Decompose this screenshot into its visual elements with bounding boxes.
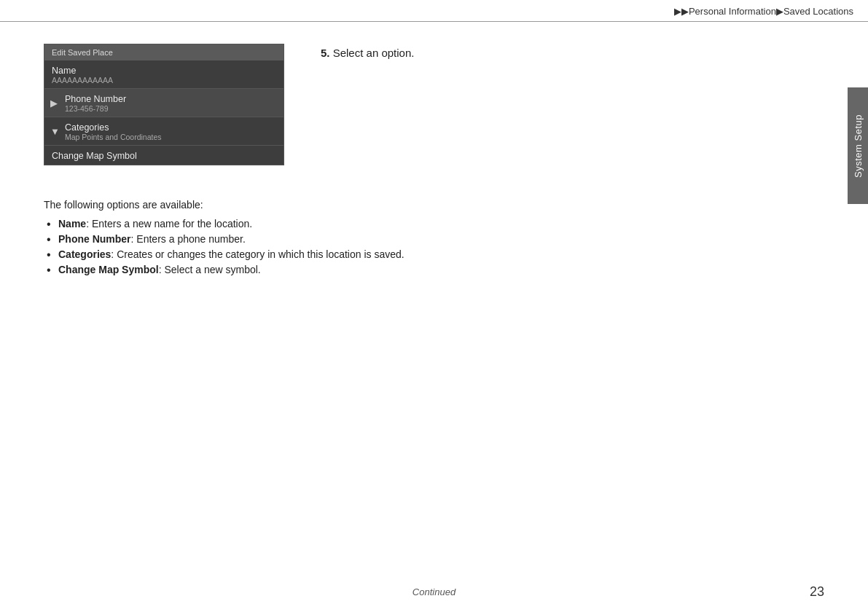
page-header: ▶▶Personal Information▶Saved Locations (0, 0, 868, 22)
footer-continued: Continued (413, 586, 455, 597)
body-section: The following options are available: Nam… (44, 192, 824, 275)
screen-item-categories-label: Categories (65, 122, 276, 133)
breadcrumb-part2: Saved Locations (783, 6, 853, 17)
step-text: Select an option. (333, 47, 415, 59)
screen-title: Edit Saved Place (52, 48, 113, 57)
step-section: 5. Select an option. (321, 44, 824, 71)
down-arrow-icon: ▼ (50, 126, 60, 137)
step-instruction: 5. Select an option. (321, 47, 414, 59)
breadcrumb-part1: Personal Information (689, 6, 776, 17)
term-categories: Categories (58, 248, 111, 260)
list-item-name: Name: Enters a new name for the location… (58, 218, 824, 230)
screen-item-name-sub: AAAAAAAAAAAA (52, 76, 276, 85)
intro-text: The following options are available: (44, 199, 824, 211)
term-phone: Phone Number (58, 233, 131, 245)
footer-page: 23 (810, 584, 824, 600)
right-arrow-icon: ▶ (50, 98, 58, 109)
list-item-map-symbol: Change Map Symbol: Select a new symbol. (58, 264, 824, 275)
screen-item-phone-label: Phone Number (65, 94, 276, 104)
bullet-list: Name: Enters a new name for the location… (44, 218, 824, 275)
breadcrumb-arrow2: ▶ (776, 6, 783, 17)
screen-item-categories[interactable]: ▼ Categories Map Points and Coordinates (44, 117, 284, 146)
desc-phone: : Enters a phone number. (131, 233, 246, 245)
desc-name: : Enters a new name for the location. (86, 218, 252, 230)
list-item-phone: Phone Number: Enters a phone number. (58, 233, 824, 245)
term-map-symbol: Change Map Symbol (58, 264, 159, 275)
footer: Continued 23 (0, 586, 868, 597)
screen-item-map-symbol-label: Change Map Symbol (52, 151, 276, 161)
screen-item-phone[interactable]: ▶ Phone Number 123-456-789 (44, 89, 284, 117)
screen-item-name[interactable]: Name AAAAAAAAAAAA (44, 60, 284, 89)
screen-item-phone-sub: 123-456-789 (65, 104, 276, 113)
breadcrumb-arrows1: ▶▶ (674, 6, 689, 17)
list-item-categories: Categories: Creates or changes the categ… (58, 248, 824, 260)
device-screenshot: Edit Saved Place Name AAAAAAAAAAAA ▶ Pho… (44, 44, 284, 165)
screen-title-bar: Edit Saved Place (44, 44, 284, 60)
term-name: Name (58, 218, 86, 230)
breadcrumb: ▶▶Personal Information▶Saved Locations (674, 6, 853, 17)
desc-categories: : Creates or changes the category in whi… (111, 248, 404, 260)
step-number: 5. (321, 47, 330, 59)
screen-item-categories-sub: Map Points and Coordinates (65, 133, 276, 141)
main-content: Edit Saved Place Name AAAAAAAAAAAA ▶ Pho… (0, 22, 868, 294)
screen-item-map-symbol[interactable]: Change Map Symbol (44, 146, 284, 165)
device-screen: Edit Saved Place Name AAAAAAAAAAAA ▶ Pho… (44, 44, 284, 165)
screen-item-name-label: Name (52, 66, 276, 76)
content-row: Edit Saved Place Name AAAAAAAAAAAA ▶ Pho… (44, 44, 824, 180)
desc-map-symbol: : Select a new symbol. (159, 264, 261, 275)
